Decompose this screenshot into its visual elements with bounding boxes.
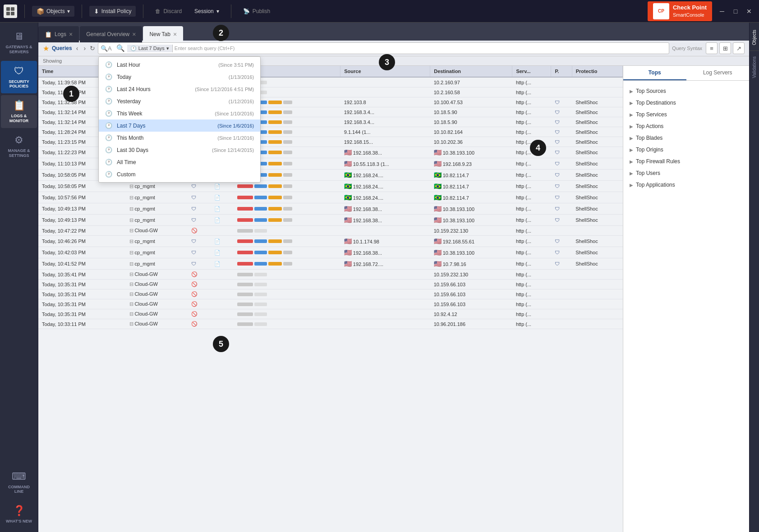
sidebar-item-cmdline[interactable]: ⌨ COMMAND LINE (1, 466, 37, 499)
tops-item-users[interactable]: ▶ Top Users (628, 167, 745, 179)
cell-service: http (... (512, 309, 551, 319)
tab-newtab[interactable]: New Tab × (143, 26, 183, 42)
queries-label[interactable]: Queries (52, 45, 72, 51)
refresh-button[interactable]: ↻ (90, 45, 95, 52)
tops-item-sources[interactable]: ▶ Top Sources (628, 85, 745, 97)
time-option-this-week[interactable]: 🕐 This Week (Since 1/10/2016) (99, 107, 260, 119)
tab-general[interactable]: General Overview × (80, 26, 142, 42)
table-row[interactable]: Today, 10:35:31 PM⊟ Cloud-GW🚫 10.159.66.… (38, 299, 623, 309)
logs-tab-close[interactable]: × (69, 31, 73, 37)
cell-destination: 10.10.202.36 (430, 137, 512, 147)
table-row[interactable]: Today, 10:35:31 PM⊟ Cloud-GW🚫 10.159.66.… (38, 289, 623, 299)
maximize-button[interactable]: □ (729, 6, 742, 16)
time-option-last7[interactable]: 🕐 Last 7 Days (Since 1/6/2016) (99, 119, 260, 132)
tops-item-actions[interactable]: ▶ Top Actions (628, 120, 745, 132)
tops-item-destinations[interactable]: ▶ Top Destinations (628, 97, 745, 109)
cell-service: http (... (512, 97, 551, 107)
cell-source: 🇧🇷 192.168.24.... (340, 170, 430, 181)
time-option-all-time[interactable]: 🕐 All Time (99, 156, 260, 168)
time-clock-icon: 🕐 (105, 159, 112, 165)
time-option-today[interactable]: 🕐 Today (1/13/2016) (99, 71, 260, 83)
time-badge[interactable]: 🕐 Last 7 Days ▾ (127, 45, 173, 52)
sidebar-item-manage[interactable]: ⚙ MANAGE & SETTINGS (1, 130, 37, 163)
app-logo[interactable] (4, 5, 17, 18)
cell-time: Today, 10:42:03 PM (38, 247, 126, 258)
table-row[interactable]: Today, 10:47:22 PM⊟ Cloud-GW🚫 10.159.232… (38, 226, 623, 236)
sidebar-item-logs[interactable]: 📋 LOGS & MONITOR (1, 95, 37, 128)
session-button[interactable]: Session ▾ (190, 6, 224, 16)
tops-item-origins[interactable]: ▶ Top Origins (628, 144, 745, 156)
time-option-last-hour[interactable]: 🕐 Last Hour (Since 3:51 PM) (99, 59, 260, 71)
search-placeholder[interactable]: Enter search query (Ctrl+F) (173, 46, 669, 51)
tops-item-label: Top Destinations (636, 100, 676, 106)
cell-service: http (... (512, 299, 551, 309)
nav-back-button[interactable]: ‹ (75, 45, 80, 52)
sidebar-item-whatsnew[interactable]: ❓ WHAT'S NEW (1, 500, 37, 528)
time-since: (Since 12/14/2015) (212, 147, 254, 153)
table-row[interactable]: Today, 10:57:56 PM⊟ cp_mgmt🛡📄 🇧🇷 192.168… (38, 192, 623, 203)
cell-p (551, 87, 572, 97)
cell-time: Today, 10:49:13 PM (38, 215, 126, 226)
grid-button[interactable]: ⊞ (719, 42, 731, 54)
sidebar-item-security[interactable]: 🛡 SECURITY POLICIES (1, 61, 37, 94)
columns-button[interactable]: ≡ (706, 42, 718, 54)
time-clock-icon: 🕐 (105, 122, 112, 129)
cell-p: 🛡 (551, 117, 572, 127)
install-policy-label: Install Policy (101, 8, 132, 14)
time-option-label: Today (117, 74, 131, 80)
table-row[interactable]: Today, 10:41:52 PM⊟ cp_mgmt🛡📄 🇺🇸 192.168… (38, 258, 623, 270)
table-row[interactable]: Today, 10:49:13 PM⊟ cp_mgmt🛡📄 🇺🇸 192.168… (38, 215, 623, 226)
objects-label: Objects (46, 8, 65, 14)
newtab-tab-close[interactable]: × (173, 31, 177, 37)
time-badge-label: Last 7 Days (138, 46, 165, 51)
tops-tab-logservers[interactable]: Log Servers (686, 66, 750, 80)
tops-item-blades[interactable]: ▶ Top Blades (628, 132, 745, 144)
nav-forward-button[interactable]: › (82, 45, 87, 52)
cell-time: Today, 10:46:26 PM (38, 236, 126, 247)
cell-time: Today, 10:49:13 PM (38, 203, 126, 215)
table-row[interactable]: Today, 10:35:31 PM⊟ Cloud-GW🚫 10.159.66.… (38, 280, 623, 289)
time-option-yesterday[interactable]: 🕐 Yesterday (1/12/2016) (99, 95, 260, 107)
brand-name: Check Point (673, 4, 707, 11)
minimize-button[interactable]: ─ (716, 6, 728, 16)
install-policy-button[interactable]: ⬇ Install Policy (89, 6, 136, 17)
cell-destination: 10.18.5.90 (430, 107, 512, 117)
tops-tab-tops[interactable]: Tops (623, 66, 686, 80)
cell-log (211, 280, 234, 289)
table-row[interactable]: Today, 10:35:41 PM⊟ Cloud-GW🚫 10.159.232… (38, 270, 623, 280)
whatsnew-icon: ❓ (13, 505, 25, 517)
table-row[interactable]: Today, 10:49:13 PM⊟ cp_mgmt🛡📄 🇺🇸 192.168… (38, 203, 623, 215)
arrow-icon: ▶ (630, 124, 633, 129)
objects-button[interactable]: 📦 Objects ▾ (32, 6, 74, 17)
main-layout: 🖥 GATEWAYS & SERVERS 🛡 SECURITY POLICIES… (0, 23, 759, 532)
session-chevron: ▾ (216, 8, 219, 14)
table-row[interactable]: Today, 10:42:03 PM⊟ cp_mgmt🛡📄 🇺🇸 192.168… (38, 247, 623, 258)
time-option-last24[interactable]: 🕐 Last 24 Hours (Since 1/12/2016 4:51 PM… (99, 83, 260, 95)
sidebar-item-gateways[interactable]: 🖥 GATEWAYS & SERVERS (1, 26, 37, 59)
cell-service: http (... (512, 203, 551, 215)
table-row[interactable]: Today, 10:46:26 PM⊟ cp_mgmt🛡📄 🇺🇸 10.1.17… (38, 236, 623, 247)
tops-item-services[interactable]: ▶ Top Services (628, 109, 745, 120)
tops-tabs: Tops Log Servers (623, 66, 749, 81)
tops-item-firewallrules[interactable]: ▶ Top Firewall Rules (628, 156, 745, 167)
time-clock-icon: 🕐 (130, 46, 137, 51)
close-button[interactable]: ✕ (743, 6, 755, 16)
time-option-this-month[interactable]: 🕐 This Month (Since 1/1/2016) (99, 132, 260, 144)
table-row[interactable]: Today, 10:35:31 PM⊟ Cloud-GW🚫 10.92.4.12… (38, 309, 623, 319)
export-button[interactable]: ↗ (733, 42, 745, 54)
general-tab-close[interactable]: × (132, 31, 136, 37)
validations-panel-tab[interactable]: Validations (750, 53, 759, 82)
tops-panel: Tops Log Servers ▶ Top Sources ▶ Top Des… (623, 66, 749, 532)
cell-source: 🇺🇸 192.168.38... (340, 247, 430, 258)
objects-panel-tab[interactable]: Objects (750, 26, 759, 49)
table-row[interactable]: Today, 10:33:11 PM⊟ Cloud-GW🚫 10.96.201.… (38, 319, 623, 329)
time-option-last30[interactable]: 🕐 Last 30 Days (Since 12/14/2015) (99, 144, 260, 156)
tops-item-applications[interactable]: ▶ Top Applications (628, 179, 745, 191)
cell-destination: 10.18.5.90 (430, 117, 512, 127)
cell-destination: 🇧🇷 10.82.114.7 (430, 181, 512, 192)
cell-source (340, 289, 430, 299)
time-option-custom[interactable]: 🕐 Custom (99, 168, 260, 180)
time-option-label: All Time (117, 159, 136, 165)
search-execute-button[interactable]: 🔍 (114, 44, 127, 52)
tab-logs[interactable]: 📋 Logs × (38, 26, 79, 42)
